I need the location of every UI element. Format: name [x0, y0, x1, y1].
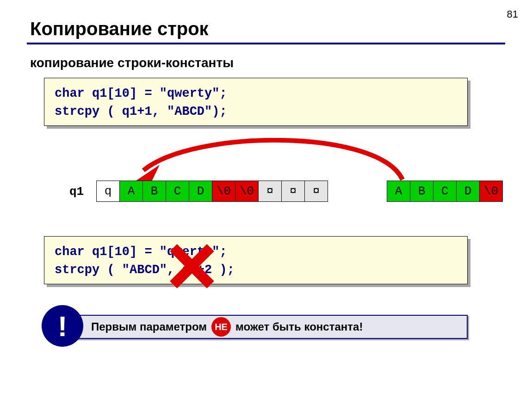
warning-text-before: Первым параметром — [91, 320, 207, 333]
warning-text-after: может быть константа! — [235, 320, 363, 333]
code-block-2: char q1[10] = "qwerty"; strcpy ( "ABCD",… — [44, 236, 468, 284]
array-label-q1: q1 — [69, 185, 84, 199]
code-line: strcpy ( "ABCD", q1+2 ); — [55, 261, 457, 279]
warning-text: Первым параметром НЕ может быть констант… — [91, 317, 363, 337]
array-cell: C — [166, 181, 189, 202]
code-line: char q1[10] = "qwerty"; — [55, 85, 457, 103]
array-cell: A — [387, 181, 410, 202]
array-cell: q — [96, 181, 120, 202]
array-cell: D — [189, 181, 212, 202]
array-source: ABCD\0 — [387, 181, 503, 202]
warning-bang-icon: ! — [42, 305, 83, 347]
slide-title: Копирование строк — [30, 19, 209, 39]
array-cell: \0 — [479, 181, 503, 202]
array-main: qABCD\0\0¤¤¤ — [96, 181, 328, 202]
array-cell: B — [410, 181, 433, 202]
array-cell: \0 — [235, 181, 259, 202]
code-line: strcpy ( q1+1, "ABCD"); — [55, 103, 457, 121]
title-rule — [27, 43, 505, 44]
warning-badge-ne: НЕ — [211, 317, 231, 337]
slide-subtitle: копирование строки-константы — [30, 56, 234, 70]
code-line: char q1[10] = "qwerty"; — [55, 243, 457, 261]
array-cell: B — [142, 181, 166, 202]
warning-bar: Первым параметром НЕ может быть констант… — [67, 315, 468, 339]
array-cell: ¤ — [281, 181, 305, 202]
array-cell: ¤ — [304, 181, 328, 202]
array-cell: A — [119, 181, 143, 202]
array-cell: ¤ — [258, 181, 282, 202]
array-cell: \0 — [212, 181, 235, 202]
code-block-1: char q1[10] = "qwerty"; strcpy ( q1+1, "… — [44, 78, 468, 126]
array-cell: D — [456, 181, 480, 202]
array-cell: C — [433, 181, 457, 202]
page-number: 81 — [507, 8, 518, 20]
